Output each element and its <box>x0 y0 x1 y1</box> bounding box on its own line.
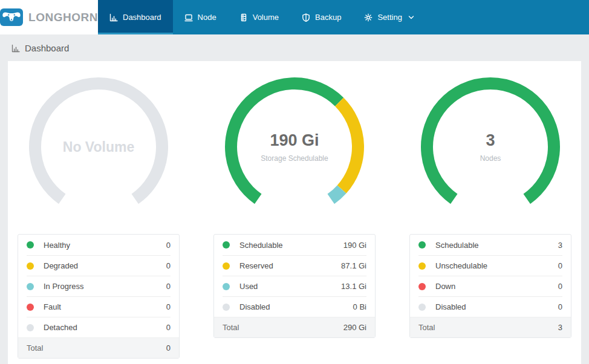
status-dot <box>418 262 426 270</box>
legend-row-detached: Detached 0 <box>27 317 171 337</box>
nav-item-setting[interactable]: Setting <box>353 0 425 34</box>
volume-legend-panel: Healthy 0 Degraded 0 In Progress 0 Fault… <box>18 234 180 359</box>
legend-row-value: 13.1 Gi <box>341 282 366 291</box>
legend-row-schedulable: Schedulable 190 Gi <box>223 235 366 255</box>
legend-row-value: 0 <box>166 282 171 291</box>
legend-row-schedulable: Schedulable 3 <box>418 235 562 255</box>
legend-row-value: 190 Gi <box>343 241 366 250</box>
status-dot <box>223 283 230 290</box>
legend-total-label: Total <box>27 343 166 353</box>
dashboard-icon <box>109 13 118 22</box>
legend-total-value: 0 <box>166 343 171 353</box>
status-dot <box>418 283 426 290</box>
legend-total-label: Total <box>223 323 343 332</box>
legend-row-label: Degraded <box>44 261 166 270</box>
legend-row-used: Used 13.1 Gi <box>223 276 366 296</box>
legend-row-reserved: Reserved 87.1 Gi <box>223 255 366 276</box>
legend-total-value: 3 <box>558 323 562 332</box>
main-nav: DashboardNodeVolumeBackupSetting <box>98 0 589 34</box>
nav-item-backup[interactable]: Backup <box>290 0 353 34</box>
nodes-section: 3 Nodes Schedulable 3 Unschedulable 0 Do… <box>409 77 571 359</box>
legend-row-label: Used <box>239 282 341 291</box>
storage-legend-panel: Schedulable 190 Gi Reserved 87.1 Gi Used… <box>213 234 376 338</box>
nav-item-label: Backup <box>315 13 341 22</box>
legend-row-label: Disabled <box>239 302 353 311</box>
legend-total-row: Total 290 Gi <box>214 317 375 337</box>
legend-row-value: 0 Bi <box>353 302 366 311</box>
storage-gauge: 190 Gi Storage Schedulable <box>224 77 365 210</box>
nav-item-node[interactable]: Node <box>173 0 228 34</box>
legend-row-label: Schedulable <box>435 241 558 250</box>
legend-row-label: Schedulable <box>239 241 343 250</box>
nav-item-label: Dashboard <box>123 13 161 22</box>
volume-icon <box>239 13 248 22</box>
status-dot <box>223 304 230 311</box>
app-header: LONGHORN DashboardNodeVolumeBackupSettin… <box>0 0 589 34</box>
status-dot <box>223 262 230 270</box>
legend-row-down: Down 0 <box>418 276 562 296</box>
volume-gauge: No Volume <box>28 77 169 210</box>
breadcrumb: Dashboard <box>0 34 589 61</box>
status-dot <box>27 241 34 249</box>
dashboard-card: No Volume Healthy 0 Degraded 0 In Progre… <box>8 61 581 364</box>
legend-row-disabled: Disabled 0 <box>418 296 562 317</box>
backup-icon <box>302 13 310 22</box>
legend-row-disabled: Disabled 0 Bi <box>223 296 366 317</box>
legend-row-value: 0 <box>166 241 171 250</box>
legend-row-value: 0 <box>166 261 171 270</box>
legend-row-label: Reserved <box>239 261 341 270</box>
legend-row-value: 0 <box>166 302 171 311</box>
legend-row-label: Down <box>435 282 558 291</box>
legend-total-value: 290 Gi <box>343 323 366 332</box>
nodes-legend-panel: Schedulable 3 Unschedulable 0 Down 0 Dis… <box>409 234 571 338</box>
legend-row-label: Healthy <box>44 241 166 250</box>
status-dot <box>27 283 34 290</box>
setting-icon <box>364 13 373 22</box>
breadcrumb-label: Dashboard <box>25 43 69 53</box>
volume-section: No Volume Healthy 0 Degraded 0 In Progre… <box>18 77 180 359</box>
nav-item-dashboard[interactable]: Dashboard <box>98 0 173 34</box>
legend-row-label: In Progress <box>44 282 166 291</box>
app-logo[interactable]: LONGHORN <box>0 0 98 34</box>
legend-total-row: Total 0 <box>18 337 179 358</box>
nav-item-volume[interactable]: Volume <box>228 0 290 34</box>
legend-row-value: 0 <box>558 302 562 311</box>
dashboard-icon <box>11 44 20 53</box>
legend-row-unschedulable: Unschedulable 0 <box>418 255 562 276</box>
legend-row-healthy: Healthy 0 <box>27 235 171 255</box>
legend-row-label: Fault <box>44 302 166 311</box>
legend-row-value: 3 <box>558 241 562 250</box>
status-dot <box>418 241 426 249</box>
storage-section: 190 Gi Storage Schedulable Schedulable 1… <box>213 77 376 359</box>
legend-row-in-progress: In Progress 0 <box>27 276 171 296</box>
status-dot <box>223 241 230 249</box>
legend-total-row: Total 3 <box>410 317 571 337</box>
brand-name: LONGHORN <box>28 11 98 24</box>
legend-row-label: Detached <box>44 323 166 332</box>
legend-row-value: 0 <box>558 282 562 291</box>
nodes-gauge: 3 Nodes <box>420 77 561 210</box>
legend-row-degraded: Degraded 0 <box>27 255 171 276</box>
legend-row-label: Unschedulable <box>435 261 558 270</box>
chevron-down-icon <box>408 15 414 20</box>
status-dot <box>27 304 34 311</box>
nav-item-label: Volume <box>253 13 279 22</box>
node-icon <box>184 13 193 22</box>
status-dot <box>27 324 34 331</box>
legend-row-label: Disabled <box>435 302 558 311</box>
legend-total-label: Total <box>418 323 558 332</box>
legend-row-value: 87.1 Gi <box>341 261 366 270</box>
legend-row-fault: Fault 0 <box>27 296 171 317</box>
legend-row-value: 0 <box>166 323 171 332</box>
nav-item-label: Node <box>198 13 216 22</box>
legend-row-value: 0 <box>558 261 562 270</box>
status-dot <box>27 262 34 270</box>
longhorn-bull-icon <box>0 8 23 26</box>
nav-item-label: Setting <box>377 13 402 22</box>
status-dot <box>418 304 426 311</box>
